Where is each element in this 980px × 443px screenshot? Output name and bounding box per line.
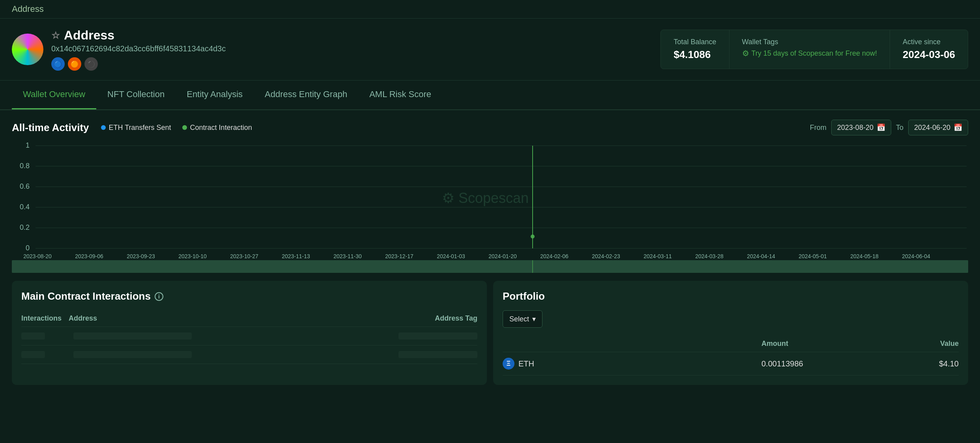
svg-text:2023-11-13: 2023-11-13 [282,253,310,259]
portfolio-value: $4.10 [880,359,959,368]
portfolio-col-amount: Amount [761,340,880,348]
eth-token-icon: Ξ [503,358,514,370]
svg-text:2024-05-01: 2024-05-01 [799,253,827,259]
main-contract-title: Main Contract Interactions i [21,290,477,302]
portfolio-amount: 0.00113986 [761,359,880,368]
address-title: ☆ Address [51,28,226,43]
portfolio-title: Portfolio [503,290,959,302]
svg-text:2024-05-18: 2024-05-18 [850,253,879,259]
portfolio-panel: Portfolio Select ▾ Amount Value Ξ ETH 0.… [493,281,968,385]
nav-tabs: Wallet Overview NFT Collection Entity An… [0,81,980,110]
badge-gray: ⚫ [84,57,98,71]
svg-text:0.6: 0.6 [20,182,30,190]
svg-text:2024-06-04: 2024-06-04 [902,253,930,259]
svg-text:2023-12-17: 2023-12-17 [385,253,413,259]
svg-point-32 [531,235,535,238]
svg-text:2024-01-20: 2024-01-20 [488,253,517,259]
svg-text:2023-08-20: 2023-08-20 [23,253,52,259]
total-balance-value: $4.1086 [673,49,716,61]
badge-blue: 🔵 [51,57,65,71]
svg-text:⚙ Scopescan: ⚙ Scopescan [442,190,529,206]
wallet-tags-label: Wallet Tags [742,38,877,46]
svg-text:2024-02-06: 2024-02-06 [540,253,569,259]
bottom-sections: Main Contract Interactions i Interaction… [0,273,980,393]
from-date-input[interactable]: 2023-08-20 📅 [831,120,891,135]
token-cell: Ξ ETH [503,358,761,370]
svg-text:2024-03-11: 2024-03-11 [643,253,672,259]
chart-scrollbar[interactable] [12,260,968,273]
activity-section: All-time Activity ETH Transfers Sent Con… [0,110,980,273]
main-contract-panel: Main Contract Interactions i Interaction… [12,281,487,385]
star-icon[interactable]: ☆ [51,30,60,41]
svg-text:0.4: 0.4 [20,203,30,211]
activity-chart[interactable]: 1 0.8 0.6 0.4 0.2 0 2023-08-20 2023-09-0… [12,142,968,260]
tab-entity-analysis[interactable]: Entity Analysis [176,81,254,109]
active-since-label: Active since [903,38,955,46]
tab-aml-risk-score[interactable]: AML Risk Score [358,81,442,109]
svg-text:0.2: 0.2 [20,223,30,231]
calendar-icon-from: 📅 [877,123,885,132]
col-interactions: Interactions [21,314,69,323]
loading-bar [73,332,192,340]
svg-text:0: 0 [26,244,30,252]
loading-bar [398,351,477,358]
address-hash[interactable]: 0x14c067162694c82da3cc6bff6f45831134ac4d… [51,44,226,53]
stats-cards: Total Balance $4.1086 Wallet Tags ⚙ Try … [660,30,968,69]
svg-text:2024-04-14: 2024-04-14 [747,253,775,259]
svg-text:2023-09-06: 2023-09-06 [75,253,103,259]
svg-text:2023-10-27: 2023-10-27 [230,253,258,259]
top-bar: Address [0,0,980,19]
tab-nft-collection[interactable]: NFT Collection [96,81,176,109]
table-row [21,327,477,345]
portfolio-row-eth: Ξ ETH 0.00113986 $4.10 [503,352,959,375]
address-badges: 🔵 🟠 ⚫ [51,57,226,71]
loading-bar [21,332,45,340]
tab-address-entity-graph[interactable]: Address Entity Graph [254,81,358,109]
info-icon[interactable]: i [155,292,163,301]
activity-title: All-time Activity [12,122,89,134]
avatar [12,34,43,65]
badge-orange: 🟠 [68,57,81,71]
legend-dot-blue [101,125,106,130]
to-date-input[interactable]: 2024-06-20 📅 [908,120,968,135]
contract-table-header: Interactions Address Address Tag [21,310,477,327]
calendar-icon-to: 📅 [954,123,962,132]
svg-text:2024-01-03: 2024-01-03 [437,253,465,259]
gear-icon: ⚙ [742,49,749,58]
portfolio-table-header: Amount Value [503,336,959,352]
svg-text:2023-10-10: 2023-10-10 [178,253,207,259]
svg-text:0.8: 0.8 [20,162,30,170]
portfolio-col-token [503,340,761,348]
legend-eth-transfers: ETH Transfers Sent [101,124,171,132]
address-info: ☆ Address 0x14c067162694c82da3cc6bff6f45… [51,28,226,71]
header-left: ☆ Address 0x14c067162694c82da3cc6bff6f45… [12,28,226,71]
chart-legend: ETH Transfers Sent Contract Interaction [101,124,252,132]
top-bar-label: Address [12,4,44,14]
active-since-value: 2024-03-06 [903,49,955,61]
active-since-card: Active since 2024-03-06 [890,30,968,69]
total-balance-card: Total Balance $4.1086 [661,30,729,69]
portfolio-controls: Select ▾ [503,310,959,328]
chevron-down-icon: ▾ [532,315,536,323]
loading-bar [73,351,192,358]
total-balance-label: Total Balance [673,38,716,46]
wallet-tags-card: Wallet Tags ⚙ Try 15 days of Scopescan f… [729,30,890,69]
svg-text:2024-03-28: 2024-03-28 [695,253,724,259]
loading-bar [398,332,477,340]
wallet-tags-link[interactable]: ⚙ Try 15 days of Scopescan for Free now! [742,49,877,58]
col-address-tag: Address Tag [398,314,477,323]
loading-bar [21,351,45,358]
date-range: From 2023-08-20 📅 To 2024-06-20 📅 [810,120,968,135]
table-row [21,345,477,364]
svg-text:2023-09-23: 2023-09-23 [127,253,155,259]
col-address: Address [69,314,398,323]
header-section: ☆ Address 0x14c067162694c82da3cc6bff6f45… [0,19,980,81]
tab-wallet-overview[interactable]: Wallet Overview [12,81,96,109]
activity-header: All-time Activity ETH Transfers Sent Con… [12,120,968,135]
portfolio-col-value: Value [880,340,959,348]
svg-text:2023-11-30: 2023-11-30 [333,253,362,259]
svg-text:1: 1 [26,142,30,149]
legend-contract-interaction: Contract Interaction [182,124,252,132]
legend-dot-green [182,125,187,130]
portfolio-select[interactable]: Select ▾ [503,310,542,328]
